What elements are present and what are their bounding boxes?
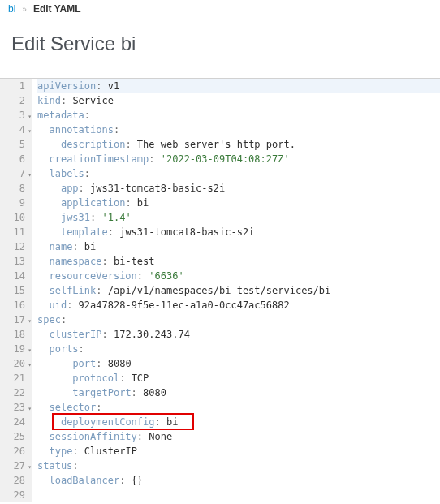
code-line[interactable]: creationTimestamp: '2022-03-09T04:08:27Z… (37, 152, 440, 166)
code-line[interactable]: description: The web server's http port. (37, 137, 440, 152)
line-number: 23 (6, 400, 25, 415)
line-number: 5 (6, 137, 25, 152)
code-line[interactable]: application: bi (37, 196, 440, 210)
code-line[interactable]: ports: (37, 342, 440, 356)
code-line[interactable] (37, 488, 440, 502)
line-number: 25 (6, 429, 25, 444)
code-line[interactable]: namespace: bi-test (37, 254, 440, 269)
line-number: 21 (6, 371, 25, 386)
line-number: 27 (6, 459, 25, 473)
line-number: 28 (6, 473, 25, 488)
code-line[interactable]: uid: 92a47828-9f5e-11ec-a1a0-0cc47ac5688… (37, 298, 440, 312)
line-number: 26 (6, 444, 25, 459)
breadcrumb-root-link[interactable]: bi (8, 3, 15, 15)
breadcrumb-current: Edit YAML (33, 3, 81, 15)
breadcrumb: bi » Edit YAML (0, 0, 440, 18)
yaml-editor[interactable]: 1 2 3 4 5 6 7 8 9 10 11 12 13 14 15 16 1… (0, 78, 440, 502)
code-line[interactable]: kind: Service (37, 93, 440, 108)
line-number: 1 (6, 79, 25, 93)
line-number: 2 (6, 93, 25, 108)
code-line[interactable]: - port: 8080 (37, 356, 440, 371)
line-number: 15 (6, 283, 25, 298)
code-line[interactable]: spec: (37, 312, 440, 327)
code-area[interactable]: apiVersion: v1 kind: Service metadata: a… (32, 79, 440, 502)
line-number: 22 (6, 386, 25, 400)
line-number: 3 (6, 108, 25, 123)
code-line[interactable]: status: (37, 459, 440, 473)
code-line[interactable]: deploymentConfig: bi (37, 415, 440, 429)
code-line[interactable]: jws31: '1.4' (37, 210, 440, 225)
code-line[interactable]: selfLink: /api/v1/namespaces/bi-test/ser… (37, 283, 440, 298)
code-line[interactable]: selector: (37, 400, 440, 415)
code-line[interactable]: clusterIP: 172.30.243.74 (37, 327, 440, 342)
line-gutter: 1 2 3 4 5 6 7 8 9 10 11 12 13 14 15 16 1… (0, 79, 32, 502)
code-line[interactable]: sessionAffinity: None (37, 429, 440, 444)
line-number: 16 (6, 298, 25, 312)
line-number: 11 (6, 225, 25, 239)
line-number: 12 (6, 239, 25, 254)
line-number: 14 (6, 269, 25, 283)
line-number: 8 (6, 181, 25, 196)
code-line[interactable]: apiVersion: v1 (37, 79, 440, 93)
line-number: 4 (6, 123, 25, 137)
line-number: 20 (6, 356, 25, 371)
line-number: 24 (6, 415, 25, 429)
code-line[interactable]: labels: (37, 166, 440, 181)
line-number: 13 (6, 254, 25, 269)
line-number: 17 (6, 312, 25, 327)
line-number: 6 (6, 152, 25, 166)
code-line[interactable]: targetPort: 8080 (37, 386, 440, 400)
line-number: 29 (6, 488, 25, 502)
code-line[interactable]: resourceVersion: '6636' (37, 269, 440, 283)
code-line[interactable]: template: jws31-tomcat8-basic-s2i (37, 225, 440, 239)
line-number: 19 (6, 342, 25, 356)
page-title: Edit Service bi (0, 18, 440, 78)
code-line[interactable]: type: ClusterIP (37, 444, 440, 459)
line-number: 9 (6, 196, 25, 210)
chevron-right-icon: » (22, 5, 27, 14)
line-number: 7 (6, 166, 25, 181)
code-line[interactable]: protocol: TCP (37, 371, 440, 386)
line-number: 10 (6, 210, 25, 225)
code-line[interactable]: app: jws31-tomcat8-basic-s2i (37, 181, 440, 196)
code-line[interactable]: loadBalancer: {} (37, 473, 440, 488)
line-number: 18 (6, 327, 25, 342)
code-line[interactable]: metadata: (37, 108, 440, 123)
code-line[interactable]: name: bi (37, 239, 440, 254)
code-line[interactable]: annotations: (37, 123, 440, 137)
